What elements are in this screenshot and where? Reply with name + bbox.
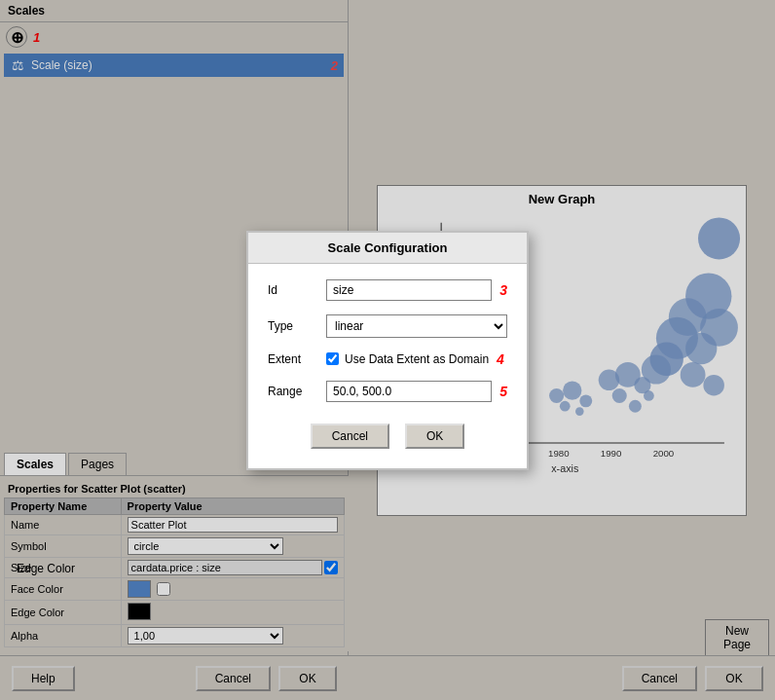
- dialog-overlay: Scale Configuration Id 3 Type linear log…: [0, 0, 775, 700]
- dialog-cancel-button[interactable]: Cancel: [311, 424, 389, 449]
- dialog-extent-label: Extent: [268, 352, 326, 366]
- main-window: Scales ⊕ 1 ⚖ Scale (size) 2 Scales Pages…: [0, 0, 775, 700]
- extent-checkbox[interactable]: [326, 352, 339, 365]
- dialog-id-input[interactable]: [326, 279, 492, 301]
- dialog-type-row: Type linear log ordinal: [268, 314, 507, 338]
- dialog-id-num: 3: [499, 282, 507, 298]
- dialog-buttons: Cancel OK: [268, 416, 507, 453]
- dialog-type-label: Type: [268, 319, 326, 333]
- dialog-ok-button[interactable]: OK: [405, 424, 464, 449]
- dialog-body: Id 3 Type linear log ordinal Extent: [248, 264, 527, 468]
- dialog-extent-num: 4: [497, 351, 504, 367]
- extent-checkbox-label: Use Data Extent as Domain: [345, 352, 489, 366]
- dialog-type-select[interactable]: linear log ordinal: [326, 314, 507, 338]
- dialog-title: Scale Configuration: [248, 233, 527, 264]
- scale-config-dialog: Scale Configuration Id 3 Type linear log…: [246, 231, 529, 470]
- dialog-extent-row: Extent Use Data Extent as Domain 4: [268, 351, 507, 367]
- dialog-id-row: Id 3: [268, 279, 507, 301]
- dialog-range-num: 5: [499, 384, 507, 399]
- dialog-range-label: Range: [268, 385, 326, 398]
- dialog-range-input[interactable]: [326, 381, 492, 402]
- dialog-extent-check-area: Use Data Extent as Domain 4: [326, 351, 504, 367]
- dialog-range-row: Range 5: [268, 381, 507, 402]
- dialog-id-label: Id: [268, 283, 326, 297]
